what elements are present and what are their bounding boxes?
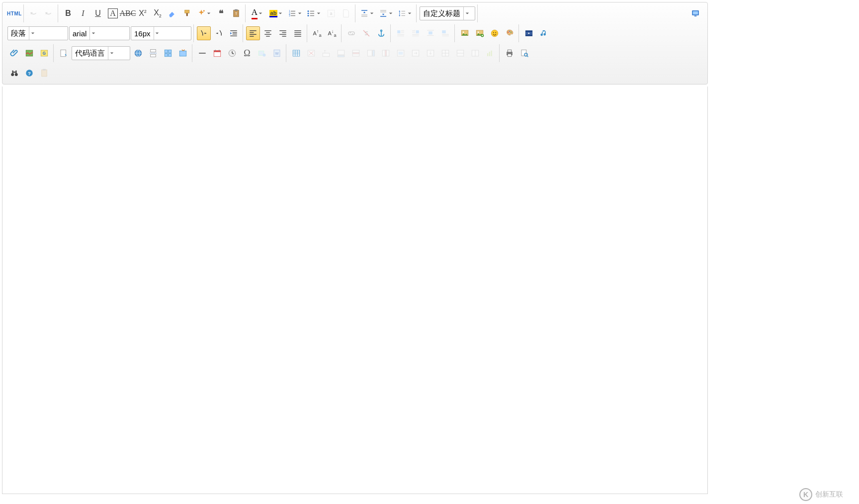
- mergeright-button[interactable]: [409, 46, 423, 60]
- chevron-down-icon: [369, 11, 375, 15]
- splittocols-button[interactable]: [468, 46, 482, 60]
- palette-icon: [505, 29, 514, 38]
- splittorows-button[interactable]: [453, 46, 467, 60]
- editor-content-area[interactable]: [2, 86, 708, 494]
- rowspacing-bottom-button[interactable]: [377, 6, 395, 20]
- inserttable-button[interactable]: [289, 46, 303, 60]
- horizontal-button[interactable]: [195, 46, 209, 60]
- removeformat-button[interactable]: [166, 6, 179, 20]
- undo-button[interactable]: [27, 6, 41, 20]
- anchor-button[interactable]: [374, 26, 388, 40]
- background-button[interactable]: [176, 46, 190, 60]
- deleterow-button[interactable]: [349, 46, 363, 60]
- justify-center-button[interactable]: [261, 26, 275, 40]
- backcolor-button[interactable]: ab: [267, 6, 285, 20]
- source-html-button[interactable]: HTML: [7, 6, 21, 20]
- fullscreen-button[interactable]: [688, 6, 702, 20]
- img-left-button[interactable]: [394, 26, 408, 40]
- eraser-icon: [168, 9, 177, 18]
- touppercase-button[interactable]: A↑a: [310, 26, 324, 40]
- preview-button[interactable]: [517, 46, 531, 60]
- underline-button[interactable]: U: [91, 6, 105, 20]
- insertimage-button[interactable]: [473, 26, 487, 40]
- link-button[interactable]: [344, 26, 358, 40]
- selectall-button[interactable]: a: [324, 6, 338, 20]
- print-button[interactable]: [503, 46, 516, 60]
- template-button[interactable]: [161, 46, 175, 60]
- bold-button[interactable]: B: [61, 6, 75, 20]
- wordimage-button[interactable]: W: [270, 46, 284, 60]
- splittocells-button[interactable]: [438, 46, 452, 60]
- scrawl-button[interactable]: [503, 26, 516, 40]
- cleardoc-button[interactable]: [339, 6, 353, 20]
- insertvideo-button[interactable]: [522, 26, 536, 40]
- clock-icon: [228, 49, 237, 58]
- pagebreak-button[interactable]: [146, 46, 160, 60]
- insertparagraphbeforetable-button[interactable]: T: [319, 46, 333, 60]
- searchreplace-button[interactable]: [7, 66, 21, 80]
- snapscreen-icon: [258, 49, 266, 58]
- paperclip-icon: [10, 49, 19, 58]
- pasteplain-button[interactable]: T: [229, 6, 243, 20]
- insertcol-button[interactable]: [364, 46, 378, 60]
- insertframe-button[interactable]: [57, 46, 71, 60]
- time-button[interactable]: [225, 46, 239, 60]
- rowspacing-top-button[interactable]: [358, 6, 376, 20]
- ordered-list-button[interactable]: 123: [286, 6, 304, 20]
- strikethrough-button[interactable]: ABC: [121, 6, 135, 20]
- lineheight-button[interactable]: [396, 6, 414, 20]
- direction-rtl-button[interactable]: [212, 26, 226, 40]
- svg-rect-128: [373, 50, 375, 56]
- fontfamily-select[interactable]: arial: [69, 26, 130, 40]
- emotion-button[interactable]: [488, 26, 502, 40]
- tolowercase-button[interactable]: A↓a: [325, 26, 339, 40]
- unordered-list-button[interactable]: [305, 6, 323, 20]
- mergecells-button[interactable]: [394, 46, 408, 60]
- insertrow-button[interactable]: [334, 46, 348, 60]
- blockquote-button[interactable]: ❝: [214, 6, 228, 20]
- deletetable-icon: [307, 49, 316, 58]
- custom-title-select[interactable]: 自定义标题: [420, 6, 475, 20]
- unlink-button[interactable]: [359, 26, 373, 40]
- fontborder-button[interactable]: A: [106, 6, 120, 20]
- map-button[interactable]: [22, 46, 36, 60]
- drafts-button[interactable]: [37, 66, 51, 80]
- svg-text:?: ?: [28, 71, 31, 76]
- svg-rect-113: [293, 50, 300, 56]
- mergedown-button[interactable]: [424, 46, 437, 60]
- superscript-button[interactable]: X2: [136, 6, 150, 20]
- deletetable-button[interactable]: [304, 46, 318, 60]
- indent-button[interactable]: [227, 26, 241, 40]
- direction-ltr-button[interactable]: [197, 26, 211, 40]
- charts-button[interactable]: [483, 46, 497, 60]
- img-right-button[interactable]: [409, 26, 423, 40]
- justify-right-button[interactable]: [276, 26, 290, 40]
- italic-button[interactable]: I: [76, 6, 90, 20]
- img-none-button[interactable]: [438, 26, 452, 40]
- justify-left-button[interactable]: [246, 26, 260, 40]
- svg-line-53: [363, 30, 369, 36]
- gmap-button[interactable]: G: [37, 46, 51, 60]
- date-button[interactable]: [210, 46, 224, 60]
- img-center-button[interactable]: [424, 26, 437, 40]
- redo-button[interactable]: [42, 6, 56, 20]
- simpleupload-button[interactable]: [458, 26, 472, 40]
- svg-rect-147: [508, 54, 512, 57]
- snapscreen-button[interactable]: [255, 46, 269, 60]
- subscript-button[interactable]: X2: [151, 6, 165, 20]
- fontsize-select[interactable]: 16px: [131, 26, 191, 40]
- music-button[interactable]: [537, 26, 551, 40]
- forecolor-icon: A: [252, 7, 258, 19]
- spechars-button[interactable]: Ω: [240, 46, 254, 60]
- codelang-select[interactable]: 代码语言: [72, 46, 130, 60]
- autotypeset-button[interactable]: [195, 6, 213, 20]
- forecolor-button[interactable]: A: [249, 6, 266, 20]
- justify-full-button[interactable]: [291, 26, 305, 40]
- formatmatch-button[interactable]: [180, 6, 194, 20]
- webapp-button[interactable]: [131, 46, 145, 60]
- deletecol-button[interactable]: [379, 46, 393, 60]
- attachment-button[interactable]: [7, 46, 21, 60]
- paragraph-select[interactable]: 段落: [7, 26, 68, 40]
- lineheight-icon: [398, 9, 407, 18]
- help-button[interactable]: ?: [22, 66, 36, 80]
